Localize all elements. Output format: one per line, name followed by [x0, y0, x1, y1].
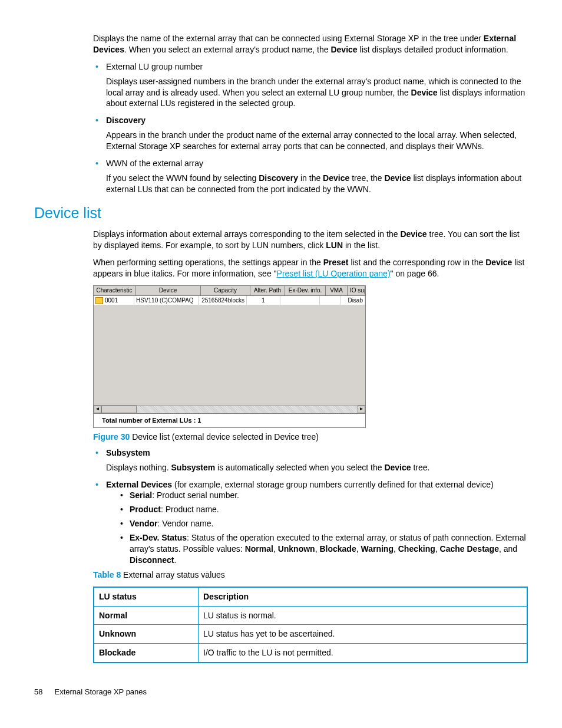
- list-item: External LU group number Displays user-a…: [93, 61, 528, 110]
- bold: Blockade: [319, 544, 356, 554]
- table-row: Blockade I/O traffic to the LU is not pe…: [94, 644, 527, 663]
- col-header[interactable]: Ex-Dev. info.: [285, 286, 326, 295]
- bold: Discovery: [259, 173, 298, 183]
- cell: Disab: [340, 296, 365, 305]
- text: ,: [273, 544, 278, 554]
- col-header[interactable]: Characteristic: [94, 286, 135, 295]
- cell: [320, 296, 340, 305]
- cell: HSV110 (C)COMPAQ: [134, 296, 199, 305]
- cell: 1: [247, 296, 280, 305]
- col-header: Description: [199, 587, 528, 606]
- text: Displays nothing.: [106, 463, 171, 472]
- figure-caption: Figure 30 Device list (external device s…: [93, 431, 528, 443]
- bold: Device: [411, 88, 438, 97]
- bold: LUN: [326, 241, 343, 250]
- para: Displays information about external arra…: [93, 229, 528, 251]
- bold: Warning: [361, 544, 393, 554]
- text: Displays the name of the external array …: [93, 34, 484, 43]
- bold: Vendor: [130, 519, 157, 528]
- item-title: Subsystem: [106, 448, 150, 457]
- item-body: Displays user-assigned numbers in the br…: [106, 76, 528, 110]
- cell: 0001: [94, 296, 134, 305]
- section-heading-device-list: Device list: [34, 203, 528, 223]
- page-footer: 58External Storage XP panes: [34, 687, 528, 697]
- text: , and: [499, 544, 517, 554]
- text: ,: [394, 544, 398, 554]
- item-title: External Devices: [106, 480, 172, 489]
- text: If you select the WWN found by selecting: [106, 173, 259, 183]
- cell-status: Blockade: [94, 644, 199, 663]
- text: list displays detailed product informati…: [358, 45, 508, 54]
- bold: Serial: [130, 490, 152, 500]
- text: is automatically selected when you selec…: [215, 463, 384, 472]
- text: : Vendor name.: [157, 519, 213, 528]
- text: 0001: [105, 297, 118, 304]
- list-item: Serial: Product serial number.: [118, 490, 528, 501]
- item-title: External LU group number: [106, 62, 203, 71]
- list-item: WWN of the external array If you select …: [93, 158, 528, 195]
- figure-text: Device list (external device selected in…: [130, 432, 319, 442]
- col-header[interactable]: IO suppre: [348, 286, 365, 295]
- table-label: Table 8: [93, 570, 121, 579]
- cell-desc: LU status is normal.: [199, 606, 528, 625]
- bold: Device: [384, 463, 411, 472]
- text: .: [174, 555, 176, 565]
- intro-para: Displays the name of the external array …: [93, 33, 528, 55]
- list-item: Vendor: Vendor name.: [118, 518, 528, 529]
- col-header[interactable]: Device: [135, 286, 201, 295]
- horizontal-scrollbar[interactable]: ◄ ►: [94, 405, 365, 413]
- scroll-right-icon[interactable]: ►: [358, 406, 365, 413]
- sub-list: Serial: Product serial number. Product: …: [118, 490, 528, 565]
- text: in the list.: [343, 241, 380, 250]
- status-table: LU status Description Normal LU status i…: [93, 587, 528, 664]
- para: When performing setting operations, the …: [93, 257, 528, 279]
- text: : Product serial number.: [152, 490, 239, 500]
- bold: Device: [400, 229, 427, 239]
- bold: Disconnect: [130, 555, 174, 565]
- scroll-left-icon[interactable]: ◄: [94, 406, 101, 413]
- col-header[interactable]: VMA: [326, 286, 348, 295]
- page-number: 58: [34, 687, 42, 696]
- item-body: If you select the WWN found by selecting…: [106, 173, 528, 195]
- xref-link[interactable]: Preset list (LU Operation pane): [277, 269, 391, 278]
- table-header-row: LU status Description: [94, 587, 527, 606]
- cell-desc: LU status has yet to be ascertained.: [199, 625, 528, 644]
- text: tree.: [411, 463, 430, 472]
- text: (for example, external storage group num…: [172, 480, 494, 489]
- table-empty-area: [94, 305, 365, 405]
- list-item: Subsystem Displays nothing. Subsystem is…: [93, 447, 528, 473]
- item-title: Discovery: [106, 116, 146, 125]
- cell-desc: I/O traffic to the LU is not permitted.: [199, 644, 528, 663]
- bold: Normal: [245, 544, 273, 554]
- list-item: Product: Product name.: [118, 504, 528, 515]
- table-row[interactable]: 0001 HSV110 (C)COMPAQ 25165824blocks 1 D…: [94, 296, 365, 305]
- bold: Preset: [323, 258, 349, 267]
- device-list-screenshot: Characteristic Device Capacity Alter. Pa…: [93, 285, 366, 428]
- scroll-track[interactable]: [137, 406, 358, 413]
- bold: Device: [485, 258, 512, 267]
- bold: Device: [323, 173, 349, 183]
- bold: Cache Destage: [440, 544, 499, 554]
- cell: [280, 296, 320, 305]
- figure-label: Figure 30: [93, 432, 130, 442]
- table-caption: Table 8 External array status values: [93, 569, 528, 581]
- text: When performing setting operations, the …: [93, 258, 323, 267]
- item-body: Appears in the branch under the product …: [106, 130, 528, 152]
- col-header[interactable]: Capacity: [201, 286, 250, 295]
- section-content: Displays information about external arra…: [93, 229, 528, 663]
- bold: Subsystem: [171, 463, 216, 472]
- item-body: Displays nothing. Subsystem is automatic…: [106, 462, 528, 473]
- bold: Ex-Dev. Status: [130, 533, 187, 542]
- bold: Device: [330, 45, 357, 54]
- text: ,: [435, 544, 440, 554]
- text: in the: [298, 173, 323, 183]
- scroll-thumb[interactable]: [101, 406, 137, 413]
- bullet-list-1: External LU group number Displays user-a…: [93, 61, 528, 195]
- table-caption-text: External array status values: [121, 570, 225, 579]
- bold: Product: [130, 505, 161, 514]
- screenshot-footer: Total number of External LUs : 1: [94, 413, 365, 427]
- col-header[interactable]: Alter. Path: [250, 286, 285, 295]
- bullet-list-2: Subsystem Displays nothing. Subsystem is…: [93, 447, 528, 566]
- bold: Device: [384, 173, 411, 183]
- bold: Unknown: [278, 544, 315, 554]
